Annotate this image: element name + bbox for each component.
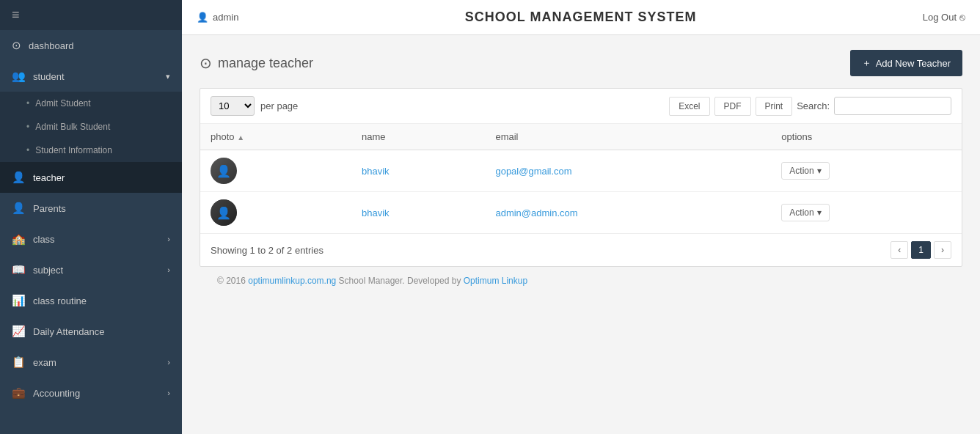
sidebar-item-student-information[interactable]: Student Information bbox=[0, 139, 182, 162]
cell-email: admin@admin.com bbox=[485, 192, 771, 234]
parents-icon: 👤 bbox=[12, 202, 26, 215]
sidebar-item-class[interactable]: 🏫 class › bbox=[0, 224, 182, 254]
cell-email: gopal@gmail.com bbox=[485, 150, 771, 192]
add-button-label: Add New Teacher bbox=[876, 58, 951, 69]
sidebar-item-label: Accounting bbox=[33, 388, 80, 399]
sidebar-item-admit-student[interactable]: Admit Student bbox=[0, 92, 182, 115]
sidebar-item-parents[interactable]: 👤 Parents bbox=[0, 193, 182, 224]
sidebar-item-label: Daily Attendance bbox=[33, 326, 105, 337]
sidebar-item-label: subject bbox=[33, 265, 63, 276]
teacher-name-link[interactable]: bhavik bbox=[362, 166, 390, 177]
avatar: 👤 bbox=[211, 158, 237, 184]
sidebar-item-daily-attendance[interactable]: 📈 Daily Attendance bbox=[0, 316, 182, 347]
dashboard-icon: ⊙ bbox=[12, 39, 21, 52]
search-input[interactable] bbox=[834, 97, 951, 115]
subject-icon: 📖 bbox=[12, 263, 26, 276]
admit-bulk-student-label: Admit Bulk Student bbox=[35, 122, 110, 132]
per-page-label: per page bbox=[260, 100, 298, 111]
sidebar-item-label: Parents bbox=[33, 203, 66, 214]
pdf-button[interactable]: PDF bbox=[714, 97, 751, 116]
sidebar-item-accounting[interactable]: 💼 Accounting › bbox=[0, 378, 182, 408]
admit-student-label: Admit Student bbox=[35, 98, 90, 108]
footer-copyright: © 2016 bbox=[217, 276, 248, 286]
logout-button[interactable]: Log Out ⎋ bbox=[923, 12, 965, 23]
exam-icon: 📋 bbox=[12, 356, 26, 369]
col-photo: photo ▲ bbox=[200, 124, 351, 150]
sidebar-item-admit-bulk-student[interactable]: Admit Bulk Student bbox=[0, 115, 182, 139]
sidebar-item-label: dashboard bbox=[29, 40, 73, 51]
teacher-table: photo ▲ name email options bbox=[200, 124, 962, 233]
sidebar-item-label: student bbox=[33, 71, 65, 82]
topbar: 👤 admin SCHOOL MANAGEMENT SYSTEM Log Out… bbox=[182, 0, 980, 35]
app-title: SCHOOL MANAGEMENT SYSTEM bbox=[238, 10, 922, 25]
sidebar-item-teacher[interactable]: 👤 teacher bbox=[0, 162, 182, 193]
print-button[interactable]: Print bbox=[756, 97, 793, 116]
table-header-row: photo ▲ name email options bbox=[200, 124, 962, 150]
action-button-2[interactable]: Action ▾ bbox=[781, 204, 829, 221]
student-submenu: Admit Student Admit Bulk Student Student… bbox=[0, 92, 182, 162]
teacher-email-link[interactable]: admin@admin.com bbox=[495, 207, 577, 218]
sort-icon[interactable]: ▲ bbox=[237, 133, 244, 141]
sidebar-item-subject[interactable]: 📖 subject › bbox=[0, 254, 182, 285]
teacher-email-link[interactable]: gopal@gmail.com bbox=[495, 166, 571, 177]
teacher-icon: 👤 bbox=[12, 171, 26, 184]
logout-label: Log Out bbox=[923, 12, 957, 23]
excel-button[interactable]: Excel bbox=[669, 97, 709, 116]
sidebar-item-label: exam bbox=[33, 357, 56, 368]
table-actions: Excel PDF Print Search: bbox=[669, 97, 951, 116]
sidebar-item-dashboard[interactable]: ⊙ dashboard bbox=[0, 30, 182, 61]
class-routine-icon: 📊 bbox=[12, 294, 26, 307]
action-button-1[interactable]: Action ▾ bbox=[781, 162, 829, 180]
add-new-teacher-button[interactable]: ＋ Add New Teacher bbox=[850, 50, 962, 76]
cell-name: bhavik bbox=[351, 150, 485, 192]
chevron-right-icon: › bbox=[167, 235, 170, 243]
next-page-button[interactable]: › bbox=[934, 241, 951, 259]
table-controls: 10 25 50 100 per page Excel PDF Print Se… bbox=[200, 89, 962, 124]
chevron-right-icon: › bbox=[167, 389, 170, 397]
page-1-button[interactable]: 1 bbox=[911, 241, 931, 259]
page-title: manage teacher bbox=[218, 56, 313, 71]
showing-entries-label: Showing 1 to 2 of 2 entries bbox=[211, 245, 323, 256]
sidebar: ≡ ⊙ dashboard 👥 student ▾ Admit Student … bbox=[0, 0, 182, 434]
table-footer: Showing 1 to 2 of 2 entries ‹ 1 › bbox=[200, 233, 962, 266]
back-icon[interactable]: ⊙ bbox=[200, 54, 212, 72]
user-info: 👤 admin bbox=[197, 12, 238, 23]
cell-options: Action ▾ bbox=[771, 150, 962, 192]
per-page-select[interactable]: 10 25 50 100 bbox=[211, 96, 255, 116]
col-name: name bbox=[351, 124, 485, 150]
avatar: 👤 bbox=[211, 199, 237, 226]
footer-app: School Manager. Developed by bbox=[336, 276, 463, 286]
cell-photo: 👤 bbox=[200, 150, 351, 192]
teacher-name-link[interactable]: bhavik bbox=[362, 207, 390, 218]
accounting-icon: 💼 bbox=[12, 386, 26, 400]
user-icon: 👤 bbox=[197, 12, 208, 23]
avatar-image: 👤 bbox=[211, 158, 237, 184]
avatar-image: 👤 bbox=[211, 199, 237, 226]
table-row: 👤 bhavik admin@admin.com Action bbox=[200, 192, 962, 234]
footer-dev-link[interactable]: Optimum Linkup bbox=[464, 276, 527, 286]
col-options: options bbox=[771, 124, 962, 150]
table-row: 👤 bhavik gopal@gmail.com Action bbox=[200, 150, 962, 192]
sidebar-header: ≡ bbox=[0, 0, 182, 30]
dropdown-arrow-icon: ▾ bbox=[817, 166, 822, 176]
class-icon: 🏫 bbox=[12, 232, 26, 246]
hamburger-icon[interactable]: ≡ bbox=[12, 7, 20, 23]
sidebar-item-exam[interactable]: 📋 exam › bbox=[0, 347, 182, 378]
pagination: ‹ 1 › bbox=[891, 241, 951, 259]
plus-icon: ＋ bbox=[862, 56, 871, 70]
attendance-icon: 📈 bbox=[12, 325, 26, 338]
page-header: ⊙ manage teacher ＋ Add New Teacher bbox=[200, 50, 962, 76]
footer-site-link[interactable]: optimumlinkup.com.ng bbox=[248, 276, 336, 286]
main-content: 👤 admin SCHOOL MANAGEMENT SYSTEM Log Out… bbox=[182, 0, 980, 434]
chevron-right-icon: › bbox=[167, 265, 170, 274]
sidebar-item-student[interactable]: 👥 student ▾ bbox=[0, 61, 182, 92]
page-content: ⊙ manage teacher ＋ Add New Teacher 10 25… bbox=[182, 35, 980, 434]
col-email: email bbox=[485, 124, 771, 150]
cell-photo: 👤 bbox=[200, 192, 351, 234]
dropdown-arrow-icon: ▾ bbox=[817, 207, 822, 218]
teacher-table-container: 10 25 50 100 per page Excel PDF Print Se… bbox=[200, 88, 962, 267]
student-icon: 👥 bbox=[12, 70, 26, 83]
chevron-down-icon: ▾ bbox=[166, 72, 170, 81]
prev-page-button[interactable]: ‹ bbox=[891, 241, 908, 259]
sidebar-item-class-routine[interactable]: 📊 class routine bbox=[0, 285, 182, 316]
